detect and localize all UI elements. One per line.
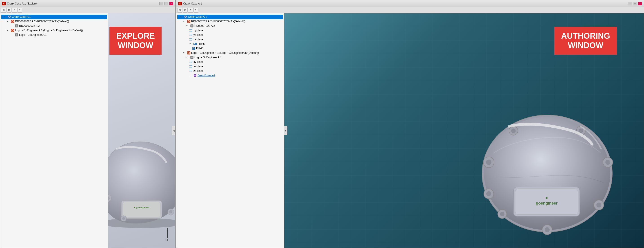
tree-label-logo-yz-plane: yz plane [194,65,204,68]
svg-rect-32 [187,20,190,23]
toolbar-btn-2[interactable]: ⊡ [6,8,12,13]
svg-text:goengineer: goengineer [536,201,558,205]
explore-viewport: ◀ EXPLORE WINDOW [108,13,175,248]
tree-label-yz-plane: yz plane [194,33,204,37]
tree-item-boss-extrude2[interactable]: + Boss-Extrude2 [177,73,283,78]
tree-item-logo-child-explore[interactable]: Logo - GoEngineer A.1 [1,33,107,37]
tree-label-logo-zx-plane: zx plane [194,69,204,72]
authoring-close-btn[interactable]: ✕ [638,2,642,6]
tree-item-logo-yz-plane[interactable]: yz plane [177,64,283,69]
icon-xy-plane [189,29,193,32]
tree-item-logo-explore[interactable]: ▼ Logo - GoEngineer A.1 (Logo - GoEngine… [1,28,107,33]
svg-point-9 [16,25,17,27]
icon-logo-xy-plane [189,60,193,64]
tree-label-logo-child-explore: Logo - GoEngineer A.1 [19,33,46,37]
collapse-arrow-explore[interactable]: ◀ [172,126,175,135]
svg-rect-10 [11,29,14,32]
svg-rect-6 [11,20,14,23]
tree-label-root-auth: Crank Case A.1 [188,15,207,19]
icon-rd-explore [11,20,14,23]
authoring-minimize-btn[interactable]: — [628,2,632,6]
tree-item-root-auth[interactable]: ▼ Crank Case A.1 [177,15,283,19]
svg-point-25 [122,217,125,220]
tree-item-logo-xy-plane[interactable]: xy plane [177,60,283,64]
expand-boss-extrude2[interactable]: + [188,74,192,77]
icon-logo-yz-plane [189,65,193,68]
toolbar-btn-1[interactable]: ⊞ [1,8,6,13]
svg-point-13 [16,34,17,36]
tree-item-xy-plane[interactable]: xy plane [177,28,283,33]
svg-rect-38 [190,39,192,40]
explore-window-title: Crank Case A.1 (Explore) [7,2,158,5]
tree-item-logo-zx-plane[interactable]: zx plane [177,69,283,73]
svg-rect-30 [186,16,187,17]
expand-root-explore[interactable]: ▼ [3,15,6,19]
icon-rd-auth [187,20,190,23]
expand-logo-explore[interactable]: ▼ [6,29,10,32]
authoring-tree-panel: ▼ Crank Case A.1 ▼ RD00007022 A.2 (RD000… [176,13,284,248]
tree-item-root-explore[interactable]: ▼ Crank Case A.1 [1,15,107,19]
authoring-window: S Crank Case A.1 — □ ✕ ⊞ ⊡ ↶ ↷ ▼ Crank C… [176,0,644,248]
explore-close-btn[interactable]: ✕ [169,2,173,6]
toolbar-btn-3[interactable]: ↶ [12,8,17,13]
authoring-toolbar: ⊞ ⊡ ↶ ↷ [176,7,644,13]
tree-label-rd-explore: RD00007022 A.2 (RD00007022<1>(Default)) [15,20,69,23]
svg-rect-47 [190,70,192,72]
tree-item-fillet5-child[interactable]: Fillet5 [177,46,283,51]
tree-item-rd-child-explore[interactable]: RD00007022 A.2 [1,24,107,28]
tree-item-logo-auth[interactable]: ▼ Logo - GoEngineer A.1 (Logo - GoEngine… [177,51,283,55]
tree-item-rd-auth[interactable]: ▼ RD00007022 A.2 (RD00007022<1>(Default)… [177,19,283,24]
explore-minimize-btn[interactable]: — [159,2,163,6]
icon-rd-child-explore [15,24,18,28]
svg-point-68 [596,203,601,207]
svg-point-66 [605,160,610,165]
expand-rd-auth[interactable]: ▼ [182,20,186,23]
z-axis-label-explore: Z [167,238,168,241]
expand-rd-child-auth[interactable]: ▼ [185,24,189,28]
tree-label-root-explore: Crank Case A.1 [12,15,31,19]
svg-rect-36 [190,30,192,31]
tree-label-fillet5-child: Fillet5 [196,47,203,50]
tree-label-rd-child-explore: RD00007022 A.2 [19,24,40,28]
authoring-title-bar: S Crank Case A.1 — □ ✕ [176,0,644,7]
icon-fillet5-child [192,47,196,50]
explore-maximize-btn[interactable]: □ [164,2,168,6]
tree-label-zx-plane: zx plane [194,38,204,41]
tree-item-rd-child-auth[interactable]: ▼ RD00007022 A.2 [177,24,283,28]
expand-root-auth[interactable]: ▼ [179,15,182,19]
auth-toolbar-btn-4[interactable]: ↷ [194,8,198,13]
auth-toolbar-btn-2[interactable]: ⊡ [183,8,188,13]
tree-item-yz-plane[interactable]: yz plane [177,33,283,37]
expand-logo-auth[interactable]: ▼ [182,51,186,55]
explore-label: EXPLORE WINDOW [110,27,162,55]
icon-yz-plane [189,33,193,37]
tree-item-zx-plane[interactable]: zx plane [177,37,283,42]
svg-rect-4 [10,16,10,17]
tree-item-logo-child-auth[interactable]: ▼ Logo - GoEngineer A.1 [177,55,283,60]
auth-toolbar-btn-1[interactable]: ⊞ [177,8,182,13]
explore-content: ▼ Crank Case A.1 ▼ RD00007022 A.2 (RD000… [0,13,175,248]
explore-tree-panel: ▼ Crank Case A.1 ▼ RD00007022 A.2 (RD000… [0,13,108,248]
svg-rect-3 [8,16,9,17]
expand-fillet5[interactable]: ▼ [188,42,192,46]
svg-point-72 [500,212,504,216]
tree-label-logo-xy-plane: xy plane [194,60,204,63]
tree-label-fillet5-parent: Fillet5 [198,42,205,45]
authoring-window-icon: S [178,2,182,6]
expand-logo-child-auth[interactable]: ▼ [185,56,189,59]
tree-item-rd-explore[interactable]: ▼ RD00007022 A.2 (RD00007022<1>(Default)… [1,19,107,24]
toolbar-btn-4[interactable]: ↷ [17,8,22,13]
auth-toolbar-btn-3[interactable]: ↶ [188,8,193,13]
tree-label-logo-auth: Logo - GoEngineer A.1 (Logo - GoEngineer… [191,51,259,54]
svg-rect-41 [187,51,190,54]
tree-label-boss-extrude2[interactable]: Boss-Extrude2 [198,74,215,77]
authoring-maximize-btn[interactable]: □ [633,2,637,6]
expand-rd-explore[interactable]: ▼ [6,20,10,23]
svg-point-23 [169,210,172,213]
collapse-arrow-authoring[interactable]: ▶ [284,126,288,135]
svg-point-58 [486,160,492,165]
svg-text:■ goengineer: ■ goengineer [134,206,150,209]
authoring-window-controls: — □ ✕ [628,2,642,6]
tree-item-fillet5-parent[interactable]: ▼ Fillet5 [177,42,283,46]
tree-label-rd-child-auth: RD00007022 A.2 [194,24,215,28]
